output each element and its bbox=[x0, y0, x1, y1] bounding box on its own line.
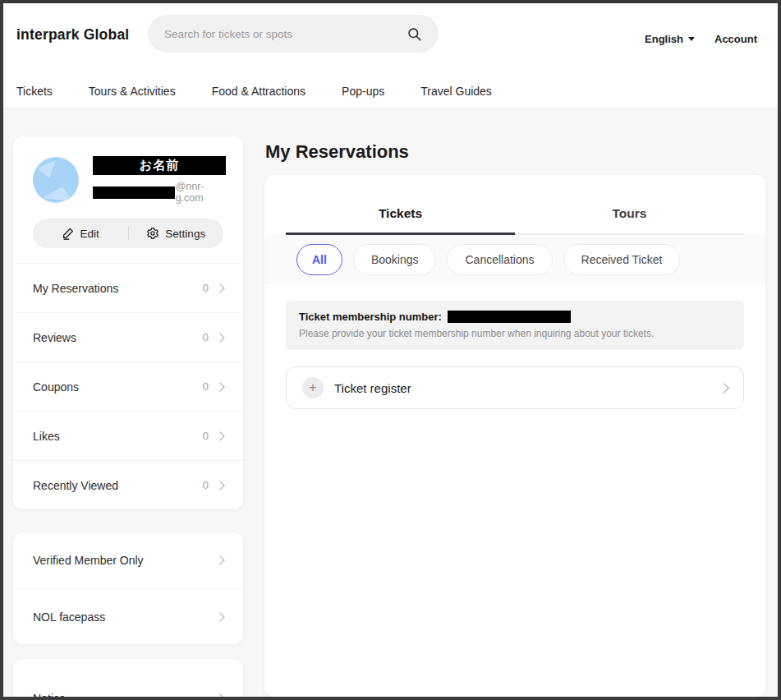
plus-icon: + bbox=[302, 377, 324, 398]
menu-count: 0 bbox=[203, 479, 209, 491]
sidebar-item-verified-member-only[interactable]: Verified Member Only bbox=[13, 532, 243, 588]
sidebar-item-notice[interactable]: Notice bbox=[13, 670, 243, 697]
chevron-right-icon bbox=[215, 333, 224, 342]
membership-description: Please provide your ticket membership nu… bbox=[299, 328, 731, 339]
nav-item-tickets[interactable]: Tickets bbox=[16, 85, 53, 98]
filter-bookings[interactable]: Bookings bbox=[353, 244, 437, 275]
menu-label: Recently Viewed bbox=[33, 479, 203, 492]
language-label: English bbox=[645, 33, 683, 45]
chevron-right-icon bbox=[215, 693, 224, 697]
sidebar-item-nol-facepass[interactable]: NOL facepass bbox=[13, 588, 243, 644]
gear-icon bbox=[146, 227, 159, 240]
menu-count: 0 bbox=[203, 282, 209, 294]
redacted-membership-number bbox=[448, 311, 571, 323]
link-label: Verified Member Only bbox=[33, 554, 217, 567]
menu-label: Likes bbox=[33, 430, 203, 443]
edit-profile-button[interactable]: Edit bbox=[33, 219, 128, 248]
edit-label: Edit bbox=[80, 228, 99, 240]
notice-links-card: Notice bbox=[13, 659, 243, 697]
ticket-register-button[interactable]: + Ticket register bbox=[286, 366, 744, 409]
top-header: interpark Global English Account bbox=[3, 3, 778, 74]
chevron-right-icon bbox=[215, 283, 224, 292]
nav-item-tours-activities[interactable]: Tours & Activities bbox=[89, 85, 176, 98]
sidebar-item-my-reservations[interactable]: My Reservations 0 bbox=[13, 263, 243, 312]
user-email: @nnr-g.com bbox=[93, 181, 226, 204]
account-sidebar: お名前 @nnr-g.com bbox=[13, 136, 243, 697]
membership-notice: Ticket membership number: Please provide… bbox=[286, 301, 744, 350]
link-label: NOL facepass bbox=[33, 610, 217, 624]
menu-label: Coupons bbox=[33, 380, 203, 394]
settings-label: Settings bbox=[165, 228, 205, 240]
chevron-right-icon bbox=[215, 382, 224, 391]
chevron-right-icon bbox=[215, 481, 224, 490]
search-bar[interactable] bbox=[148, 15, 439, 53]
email-domain: @nnr-g.com bbox=[176, 181, 226, 204]
profile-actions: Edit Settings bbox=[33, 219, 223, 248]
reservation-tabs: Tickets Tours bbox=[286, 200, 744, 235]
chevron-right-icon bbox=[719, 383, 729, 394]
nav-item-popups[interactable]: Pop-ups bbox=[342, 85, 384, 98]
redacted-user-name: お名前 bbox=[93, 156, 226, 175]
language-selector[interactable]: English bbox=[645, 33, 695, 45]
tab-tours[interactable]: Tours bbox=[515, 200, 744, 233]
profile-card: お名前 @nnr-g.com bbox=[13, 136, 243, 509]
search-input[interactable] bbox=[164, 28, 407, 40]
nav-item-food-attractions[interactable]: Food & Attractions bbox=[212, 85, 306, 98]
redacted-email-local-part bbox=[93, 187, 175, 199]
link-label: Notice bbox=[33, 692, 217, 697]
menu-label: Reviews bbox=[33, 331, 203, 344]
menu-count: 0 bbox=[203, 380, 209, 393]
menu-count: 0 bbox=[203, 430, 209, 442]
main-panel: My Reservations Tickets Tours All Bookin… bbox=[264, 136, 765, 697]
ticket-filters: All Bookings Cancellations Received Tick… bbox=[264, 235, 765, 284]
chevron-down-icon bbox=[688, 37, 695, 41]
reservations-card: Tickets Tours All Bookings Cancellations… bbox=[264, 175, 765, 697]
menu-count: 0 bbox=[203, 331, 209, 343]
sidebar-item-likes[interactable]: Likes 0 bbox=[13, 411, 243, 460]
nav-item-travel-guides[interactable]: Travel Guides bbox=[420, 85, 492, 98]
page-title: My Reservations bbox=[265, 141, 765, 163]
ticket-register-label: Ticket register bbox=[334, 381, 720, 395]
account-button[interactable]: Account bbox=[714, 33, 757, 45]
chevron-right-icon bbox=[215, 612, 224, 621]
chevron-right-icon bbox=[215, 555, 224, 564]
membership-number-label: Ticket membership number: bbox=[299, 311, 442, 323]
menu-label: My Reservations bbox=[33, 282, 203, 295]
content-area: お名前 @nnr-g.com bbox=[3, 108, 778, 697]
avatar bbox=[33, 157, 79, 203]
header-actions: English Account bbox=[645, 3, 757, 74]
filter-all[interactable]: All bbox=[296, 244, 342, 275]
primary-nav: Tickets Tours & Activities Food & Attrac… bbox=[3, 74, 778, 108]
filter-received-ticket[interactable]: Received Ticket bbox=[563, 244, 681, 275]
pencil-icon bbox=[62, 227, 75, 240]
tab-tickets[interactable]: Tickets bbox=[286, 200, 515, 233]
member-links-card: Verified Member Only NOL facepass bbox=[13, 532, 243, 644]
sidebar-item-recently-viewed[interactable]: Recently Viewed 0 bbox=[13, 460, 243, 509]
filter-cancellations[interactable]: Cancellations bbox=[447, 244, 552, 275]
profile-section: お名前 @nnr-g.com bbox=[13, 136, 243, 263]
sidebar-item-reviews[interactable]: Reviews 0 bbox=[13, 312, 243, 362]
chevron-right-icon bbox=[215, 431, 224, 440]
sidebar-item-coupons[interactable]: Coupons 0 bbox=[13, 362, 243, 411]
settings-button[interactable]: Settings bbox=[129, 219, 224, 248]
search-icon[interactable] bbox=[407, 26, 422, 42]
interpark-global-logo[interactable]: interpark Global bbox=[16, 26, 129, 44]
